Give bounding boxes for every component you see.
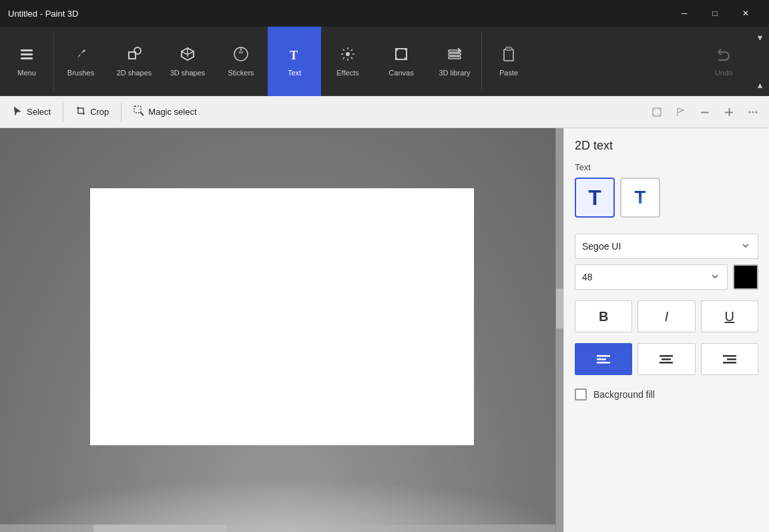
canvas-area[interactable] <box>0 128 563 532</box>
background-fill-row: Background fill <box>575 388 758 401</box>
minimize-button[interactable]: ─ <box>669 0 700 27</box>
toolbar-item-menu[interactable]: Menu <box>0 27 53 96</box>
svg-rect-27 <box>660 362 673 364</box>
brushes-icon <box>73 46 89 66</box>
magic-select-tool[interactable]: Magic select <box>127 103 203 121</box>
svg-rect-23 <box>597 358 606 360</box>
select-icon <box>12 105 23 119</box>
3d-shapes-icon <box>180 46 196 66</box>
panel-title: 2D text <box>575 139 758 153</box>
size-color-row: 48 <box>575 264 758 290</box>
svg-rect-12 <box>504 49 513 61</box>
align-right-button[interactable] <box>701 343 758 375</box>
2d-shapes-icon <box>126 46 142 66</box>
svg-rect-28 <box>723 355 736 357</box>
toolbar-expand-button[interactable]: ▾ <box>752 29 768 45</box>
toolbar-item-stickers-label: Stickers <box>228 69 254 77</box>
text-icon: T <box>286 46 302 66</box>
toolbar-item-undo[interactable]: Undo <box>697 27 750 96</box>
vertical-scrollbar[interactable] <box>555 128 563 532</box>
svg-point-4 <box>134 47 141 54</box>
toolbar-item-2d-shapes[interactable]: 2D shapes <box>107 27 161 96</box>
text-type-fancy-button[interactable]: T <box>620 178 660 218</box>
plain-text-icon: T <box>588 186 601 210</box>
window-controls: ─ □ ✕ <box>669 0 761 27</box>
select-tool[interactable]: Select <box>5 103 57 121</box>
svg-rect-25 <box>660 355 673 357</box>
toolbar-item-3d-library[interactable]: 3D library <box>428 27 481 96</box>
font-select-row: Segoe UI <box>575 234 758 259</box>
text-section-label: Text <box>575 162 758 172</box>
font-size-dropdown-arrow <box>710 271 720 284</box>
sub-divider-1 <box>63 103 63 121</box>
crop-label: Crop <box>90 107 109 117</box>
toolbar-item-3d-library-label: 3D library <box>439 69 470 77</box>
titlebar: Untitled - Paint 3D ─ □ ✕ <box>0 0 769 27</box>
crop-tool[interactable]: Crop <box>69 103 115 121</box>
maximize-button[interactable]: □ <box>700 0 730 27</box>
italic-button[interactable]: I <box>637 300 695 332</box>
undo-icon <box>716 46 732 66</box>
text-type-row: T T <box>575 178 758 218</box>
svg-point-20 <box>752 111 754 113</box>
svg-rect-30 <box>723 362 736 364</box>
toolbar-item-text[interactable]: T Text <box>268 27 321 96</box>
svg-point-21 <box>756 111 758 113</box>
close-button[interactable]: ✕ <box>730 0 761 27</box>
svg-rect-29 <box>727 358 736 360</box>
svg-rect-0 <box>21 49 33 51</box>
toolbar-item-effects-label: Effects <box>336 69 358 77</box>
font-value: Segoe UI <box>582 241 621 252</box>
drawing-canvas[interactable] <box>90 188 474 445</box>
horizontal-scrollbar-thumb[interactable] <box>93 525 227 532</box>
italic-icon: I <box>665 309 669 324</box>
toolbar-item-brushes-label: Brushes <box>67 69 94 77</box>
toolbar-item-3d-shapes[interactable]: 3D shapes <box>161 27 214 96</box>
window-title: Untitled - Paint 3D <box>8 9 669 19</box>
subtoolbar: Select Crop Magic select <box>0 96 769 128</box>
svg-rect-9 <box>449 53 461 55</box>
svg-rect-14 <box>134 106 141 113</box>
sub-tool-flag-icon[interactable] <box>670 101 692 123</box>
toolbar-item-effects[interactable]: Effects <box>321 27 374 96</box>
text-color-swatch[interactable] <box>733 264 758 290</box>
horizontal-scrollbar[interactable] <box>0 524 555 532</box>
svg-rect-2 <box>21 57 33 59</box>
select-label: Select <box>27 107 51 117</box>
font-size-dropdown[interactable]: 48 <box>575 264 728 290</box>
sub-divider-2 <box>121 103 121 121</box>
toolbar-item-stickers[interactable]: Stickers <box>214 27 268 96</box>
sub-tool-plus-icon[interactable] <box>718 101 740 123</box>
toolbar-item-text-label: Text <box>288 69 301 77</box>
bold-button[interactable]: B <box>575 300 632 332</box>
align-center-button[interactable] <box>637 343 695 375</box>
main-content: 2D text Text T T Segoe UI 48 <box>0 128 769 532</box>
alignment-row <box>575 343 758 375</box>
effects-icon <box>340 46 356 66</box>
toolbar-item-brushes[interactable]: Brushes <box>54 27 107 96</box>
toolbar-item-canvas[interactable]: Canvas <box>374 27 428 96</box>
underline-icon: U <box>725 309 734 324</box>
canvas-icon <box>393 46 409 66</box>
sub-tool-3d-icon[interactable] <box>646 101 668 123</box>
svg-point-6 <box>346 52 350 56</box>
svg-rect-10 <box>449 57 461 59</box>
vertical-scrollbar-thumb[interactable] <box>556 288 563 328</box>
toolbar-side-controls: ▾ ▴ <box>750 27 769 95</box>
underline-button[interactable]: U <box>701 300 758 332</box>
align-left-button[interactable] <box>575 343 632 375</box>
svg-rect-1 <box>21 53 33 55</box>
svg-rect-22 <box>597 355 610 357</box>
background-fill-label: Background fill <box>593 389 655 400</box>
toolbar-item-paste[interactable]: Paste <box>482 27 535 96</box>
bold-icon: B <box>599 309 608 324</box>
font-dropdown-arrow <box>740 240 751 253</box>
sub-tool-more-icon[interactable] <box>742 101 764 123</box>
background-fill-checkbox[interactable] <box>575 388 587 401</box>
toolbar-item-canvas-label: Canvas <box>389 69 413 77</box>
font-dropdown[interactable]: Segoe UI <box>575 234 758 259</box>
svg-text:T: T <box>290 49 298 62</box>
sub-tool-minus-icon[interactable] <box>694 101 716 123</box>
toolbar-collapse-button[interactable]: ▴ <box>752 77 768 93</box>
text-type-plain-button[interactable]: T <box>575 178 615 218</box>
